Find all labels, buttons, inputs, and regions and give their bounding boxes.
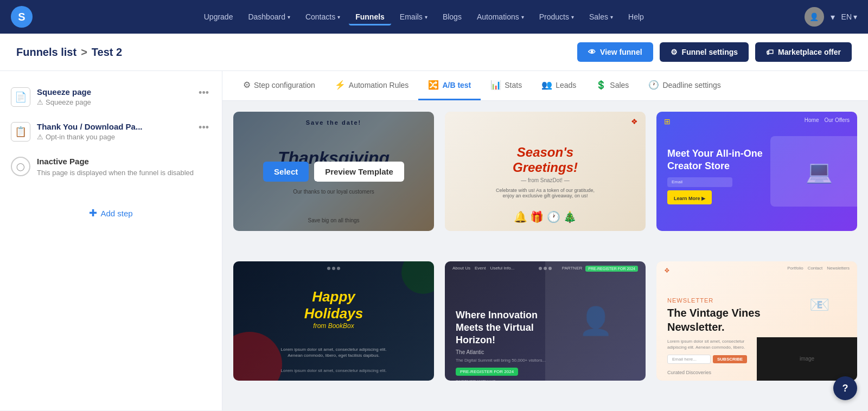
step-config-icon: ⚙	[243, 80, 251, 90]
select-button-seasons[interactable]: Select	[475, 162, 520, 182]
marketplace-offer-button[interactable]: 🏷 Marketplace offer	[755, 42, 852, 62]
nav-blogs[interactable]: Blogs	[436, 8, 468, 25]
language-selector[interactable]: EN ▾	[841, 12, 857, 21]
tab-leads[interactable]: 👥 Leads	[532, 71, 586, 100]
main-layout: 📄 Squeeze page ⚠ Squeeze page ••• 📋 Than…	[0, 71, 868, 410]
page-header: Funnels list > Test 2 👁 View funnel ⚙ Fu…	[0, 34, 868, 71]
leads-icon: 👥	[541, 80, 552, 90]
warning-icon-2: ⚠	[37, 133, 43, 141]
tab-deadline-settings[interactable]: 🕐 Deadline settings	[639, 71, 730, 100]
view-funnel-button[interactable]: 👁 View funnel	[577, 42, 653, 62]
nav-automations[interactable]: Automations ▾	[470, 8, 531, 25]
inactive-page-content: Inactive Page This page is displayed whe…	[37, 157, 194, 178]
ab-test-icon: 🔀	[428, 80, 439, 90]
thank-you-menu[interactable]: •••	[196, 122, 211, 133]
content-area: ⚙ Step configuration ⚡ Automation Rules …	[222, 71, 868, 410]
thank-you-subtitle: ⚠ Opt-in thank you page	[37, 133, 190, 141]
stats-icon: 📊	[490, 80, 501, 90]
template-card-innovation[interactable]: About UsEventUseful Info... PARTNER PRE-…	[445, 261, 646, 381]
template-card-vintage[interactable]: ❖ PortfolioContactNewsletters Newsletter…	[656, 261, 857, 381]
select-button-vintage[interactable]: Select	[686, 311, 732, 331]
sales-icon: 💲	[596, 80, 607, 90]
tab-stats[interactable]: 📊 Stats	[481, 71, 532, 100]
select-button-creator[interactable]: Select	[686, 162, 732, 182]
preview-button-thanksgiving[interactable]: Preview Template	[314, 162, 404, 182]
template-card-thanksgiving[interactable]: Save the date! Thanksgiving Bliss Our th…	[233, 112, 434, 231]
card-overlay-thanksgiving: Select Preview Template	[233, 112, 434, 231]
thank-you-title: Thank You / Download Pa...	[37, 122, 190, 131]
nav-help[interactable]: Help	[622, 8, 650, 25]
help-button[interactable]: ?	[833, 376, 857, 400]
preview-button-seasons[interactable]: Preview Template	[526, 162, 616, 182]
tab-step-configuration[interactable]: ⚙ Step configuration	[233, 71, 325, 100]
inactive-page-icon: ◯	[11, 157, 30, 176]
sidebar-item-thank-you-page[interactable]: 📋 Thank You / Download Pa... ⚠ Opt-in th…	[0, 114, 222, 149]
user-avatar[interactable]: 👤	[805, 7, 824, 27]
select-button-holidays[interactable]: Select	[263, 311, 309, 331]
top-navigation: S Upgrade Dashboard ▾ Contacts ▾ Funnels…	[0, 0, 868, 34]
preview-button-vintage[interactable]: Preview Template	[737, 311, 827, 331]
template-card-holidays[interactable]: Happy Holidays from BookBox Lorem ipsum …	[233, 261, 434, 381]
squeeze-page-subtitle: ⚠ Squeeze page	[37, 98, 190, 106]
add-step-button[interactable]: ✚ Add step	[0, 196, 222, 230]
inactive-page-description: This page is displayed when the funnel i…	[37, 168, 194, 178]
squeeze-page-icon: 📄	[11, 87, 30, 107]
squeeze-page-title: Squeeze page	[37, 87, 190, 97]
thank-you-icon: 📋	[11, 122, 30, 142]
view-funnel-icon: 👁	[588, 48, 596, 56]
select-button-thanksgiving[interactable]: Select	[263, 162, 309, 182]
template-card-seasons[interactable]: ❖ Season's Greetings! — from SnazDot! — …	[445, 112, 646, 231]
thank-you-content: Thank You / Download Pa... ⚠ Opt-in than…	[37, 122, 190, 141]
preview-button-holidays[interactable]: Preview Template	[314, 311, 404, 331]
sidebar-item-inactive-page[interactable]: ◯ Inactive Page This page is displayed w…	[0, 149, 222, 185]
inactive-page-title: Inactive Page	[37, 157, 194, 166]
nav-emails[interactable]: Emails ▾	[393, 8, 434, 25]
add-step-label: Add step	[100, 209, 132, 218]
nav-funnels[interactable]: Funnels	[349, 8, 391, 25]
nav-lang-caret: ▾	[831, 12, 835, 22]
sidebar-item-squeeze-page[interactable]: 📄 Squeeze page ⚠ Squeeze page •••	[0, 80, 222, 114]
marketplace-icon: 🏷	[766, 48, 774, 56]
tab-ab-test[interactable]: 🔀 A/B test	[418, 71, 481, 100]
breadcrumb-separator: >	[81, 46, 87, 59]
select-button-innovation[interactable]: Select	[475, 311, 520, 331]
warning-icon: ⚠	[37, 98, 43, 106]
template-card-creator[interactable]: ⊞ HomeOur Offers Meet Your All-in-OneCre…	[656, 112, 857, 231]
sidebar: 📄 Squeeze page ⚠ Squeeze page ••• 📋 Than…	[0, 71, 222, 410]
nav-dashboard[interactable]: Dashboard ▾	[241, 8, 297, 25]
breadcrumb: Funnels list > Test 2	[16, 46, 122, 59]
app-logo[interactable]: S	[11, 6, 33, 28]
plus-icon: ✚	[89, 207, 97, 219]
funnel-settings-button[interactable]: ⚙ Funnel settings	[660, 42, 749, 62]
template-grid: Save the date! Thanksgiving Bliss Our th…	[222, 101, 868, 410]
breadcrumb-current: Test 2	[92, 46, 122, 59]
squeeze-page-content: Squeeze page ⚠ Squeeze page	[37, 87, 190, 106]
preview-button-innovation[interactable]: Preview Template	[526, 311, 616, 331]
deadline-icon: 🕐	[648, 80, 659, 90]
tab-sales[interactable]: 💲 Sales	[586, 71, 639, 100]
breadcrumb-root[interactable]: Funnels list	[16, 46, 76, 59]
gear-icon: ⚙	[671, 48, 678, 56]
header-actions: 👁 View funnel ⚙ Funnel settings 🏷 Market…	[577, 42, 852, 62]
preview-button-creator[interactable]: Preview Template	[737, 162, 827, 182]
nav-upgrade[interactable]: Upgrade	[197, 8, 240, 25]
squeeze-page-menu[interactable]: •••	[196, 87, 211, 99]
tab-automation-rules[interactable]: ⚡ Automation Rules	[325, 71, 419, 100]
help-icon: ?	[843, 383, 848, 394]
nav-right: 👤 ▾ EN ▾	[805, 7, 857, 27]
nav-sales[interactable]: Sales ▾	[583, 8, 620, 25]
nav-links: Upgrade Dashboard ▾ Contacts ▾ Funnels E…	[46, 8, 802, 25]
tabs: ⚙ Step configuration ⚡ Automation Rules …	[222, 71, 868, 101]
nav-contacts[interactable]: Contacts ▾	[299, 8, 347, 25]
nav-products[interactable]: Products ▾	[533, 8, 580, 25]
automation-icon: ⚡	[335, 80, 346, 90]
